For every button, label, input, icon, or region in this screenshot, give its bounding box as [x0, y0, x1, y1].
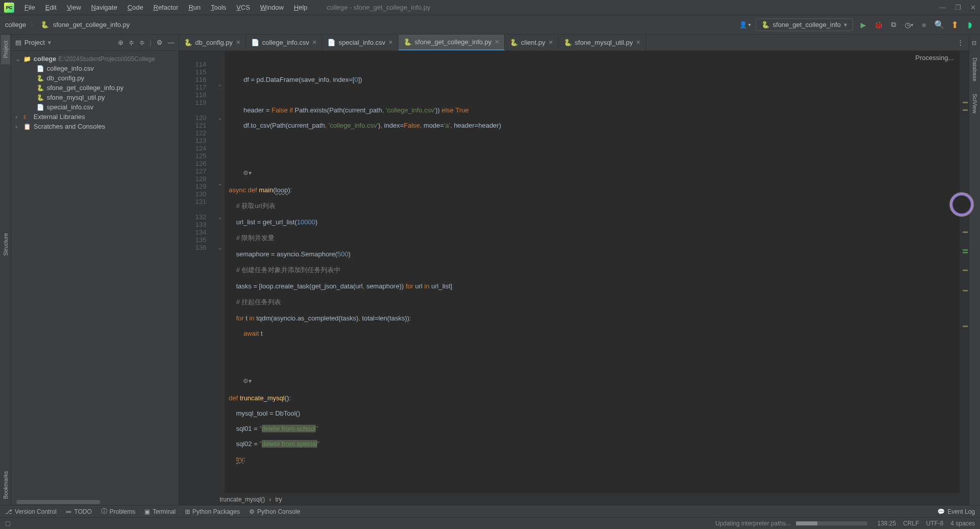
tree-external-libs[interactable]: › ⫴ External Libraries [13, 112, 176, 122]
stop-button[interactable]: ■ [919, 20, 929, 30]
hide-panel-icon[interactable]: — [168, 39, 174, 46]
menu-code[interactable]: Code [124, 2, 147, 13]
menu-edit[interactable]: Edit [41, 2, 60, 13]
titlebar: PC File Edit View Navigate Code Refactor… [0, 0, 980, 15]
tree-file[interactable]: 📄 college_info.csv [13, 64, 176, 73]
maximize-button[interactable]: ❐ [955, 4, 961, 11]
search-button[interactable]: 🔍 [934, 20, 944, 30]
tree-arrow-icon[interactable]: › [15, 113, 21, 121]
tree-scratches[interactable]: › 📋 Scratches and Consoles [13, 122, 176, 131]
python-packages-tool[interactable]: ⊞Python Packages [185, 508, 240, 515]
tree-arrow-icon[interactable]: ⌄ [15, 55, 21, 63]
tree-root[interactable]: ⌄ 📁 college E:\2024StudentProjects\005Co… [13, 54, 176, 64]
run-coverage-button[interactable]: ⧉ [889, 20, 899, 30]
database-tool-tab[interactable]: Database [970, 51, 979, 87]
tree-file[interactable]: 🐍 sfone_get_college_info.py [13, 83, 176, 93]
editor-breadcrumb[interactable]: truncate_mysql() › try [179, 493, 969, 505]
fold-gutter[interactable]: ⌃ ⌄ ⌃ ⌄ ⌄ [215, 51, 225, 493]
tabs-more-button[interactable]: ⋮ [952, 35, 969, 50]
project-hscroll[interactable] [11, 499, 178, 505]
editor-tab[interactable]: 📄 special_info.csv ✕ [322, 35, 399, 50]
tree-file[interactable]: 🐍 sfone_mysql_util.py [13, 93, 176, 102]
cursor-position[interactable]: 138:25 [877, 520, 896, 527]
dropdown-icon[interactable]: ▾ [48, 39, 51, 46]
menu-vcs[interactable]: VCS [232, 2, 254, 13]
line-separator[interactable]: CRLF [903, 520, 919, 527]
minimize-button[interactable]: — [939, 4, 946, 11]
todo-tool[interactable]: ≔TODO [66, 508, 91, 515]
code-with-me-icon[interactable] [950, 192, 974, 217]
tree-file[interactable]: 🐍 db_config.py [13, 73, 176, 83]
editor-tab[interactable]: 🐍 db_config.py ✕ [179, 35, 246, 50]
tree-label: sfone_mysql_util.py [47, 94, 105, 101]
tree-file[interactable]: 📄 special_info.csv [13, 102, 176, 112]
menu-tools[interactable]: Tools [207, 2, 230, 13]
breadcrumb-block[interactable]: try [275, 496, 282, 503]
menu-file[interactable]: File [20, 2, 39, 13]
terminal-tool[interactable]: ▣Terminal [144, 508, 175, 515]
editor-tab-active[interactable]: 🐍 sfone_get_college_info.py ✕ [399, 35, 505, 50]
file-encoding[interactable]: UTF-8 [926, 520, 943, 527]
ide-services-button[interactable]: ◗ [965, 20, 975, 30]
run-button[interactable]: ▶ [858, 20, 868, 30]
editor-tab[interactable]: 🐍 client.py ✕ [505, 35, 559, 50]
close-tab-icon[interactable]: ✕ [388, 39, 393, 46]
menu-view[interactable]: View [63, 2, 85, 13]
notifications-tool-tab[interactable]: ⊡ [970, 35, 979, 51]
breadcrumb-file[interactable]: sfone_get_college_info.py [53, 21, 130, 28]
indent-settings[interactable]: 4 spaces [951, 520, 975, 527]
tab-label: client.py [521, 39, 545, 46]
breadcrumb-function[interactable]: truncate_mysql() [220, 496, 265, 503]
version-control-tool[interactable]: ⎇Version Control [5, 508, 56, 515]
project-title[interactable]: Project [24, 39, 45, 46]
inline-action-icon[interactable]: ⚙▾ [229, 375, 956, 387]
inline-action-icon[interactable]: ⚙▾ [229, 167, 956, 179]
tool-window-toggle-icon[interactable]: ▢ [5, 520, 11, 527]
python-file-icon: 🐍 [404, 38, 412, 46]
python-file-icon: 🐍 [37, 84, 45, 92]
scratches-icon: 📋 [23, 123, 32, 130]
select-opened-file-icon[interactable]: ⊕ [118, 39, 124, 46]
menu-navigate[interactable]: Navigate [87, 2, 121, 13]
project-panel: ▤ Project ▾ ⊕ ≑ ≑ | ⚙ — ⌄ 📁 college E:\2… [11, 35, 179, 505]
settings-icon[interactable]: ⚙ [157, 39, 163, 46]
close-tab-icon[interactable]: ✕ [312, 39, 317, 46]
editor-markers[interactable] [960, 51, 969, 493]
python-console-tool[interactable]: ⚙Python Console [249, 508, 300, 515]
tree-arrow-icon[interactable]: › [15, 123, 21, 130]
editor-tab[interactable]: 🐍 sfone_mysql_util.py ✕ [559, 35, 646, 50]
close-tab-icon[interactable]: ✕ [236, 39, 240, 46]
add-user-button[interactable]: 👤▾ [739, 21, 751, 28]
tree-label: college_info.csv [47, 65, 94, 72]
close-tab-icon[interactable]: ✕ [548, 39, 553, 46]
event-log-icon: 💬 [937, 508, 945, 515]
code-editor[interactable]: df = pd.DataFrame(save_info, index=[0]) … [225, 51, 960, 493]
breadcrumb-project[interactable]: college [5, 21, 26, 28]
run-configuration-selector[interactable]: 🐍 sfone_get_college_info ▾ [756, 18, 853, 31]
tab-label: college_info.csv [262, 39, 310, 46]
update-button[interactable]: ⬆ [950, 20, 960, 30]
close-tab-icon[interactable]: ✕ [495, 39, 499, 45]
event-log-tool[interactable]: 💬Event Log [937, 508, 975, 515]
progress-bar[interactable] [796, 521, 867, 525]
expand-all-icon[interactable]: ≑ [129, 39, 134, 46]
close-button[interactable]: ✕ [970, 4, 976, 11]
editor-tab[interactable]: 📄 college_info.csv ✕ [246, 35, 323, 50]
problems-tool[interactable]: ⓘProblems [101, 507, 136, 516]
collapse-all-icon[interactable]: ≑ [139, 39, 145, 46]
bookmarks-tool-tab[interactable]: Bookmarks [1, 465, 10, 505]
line-number-gutter: 114 115 116 117 118 119 120 121 122 123 … [179, 51, 215, 493]
sciview-tool-tab[interactable]: SciView [970, 87, 979, 120]
profile-button[interactable]: ◷▾ [904, 20, 914, 30]
debug-button[interactable]: 🐞 [873, 20, 883, 30]
run-config-name: sfone_get_college_info [773, 21, 841, 28]
project-tool-tab[interactable]: Project [1, 35, 10, 64]
breadcrumb-separator: › [269, 496, 271, 503]
structure-tool-tab[interactable]: Structure [1, 227, 10, 262]
menu-window[interactable]: Window [256, 2, 288, 13]
close-tab-icon[interactable]: ✕ [636, 39, 640, 46]
menu-run[interactable]: Run [185, 2, 205, 13]
project-tree[interactable]: ⌄ 📁 college E:\2024StudentProjects\005Co… [11, 51, 178, 134]
menu-refactor[interactable]: Refactor [149, 2, 182, 13]
menu-help[interactable]: Help [290, 2, 312, 13]
